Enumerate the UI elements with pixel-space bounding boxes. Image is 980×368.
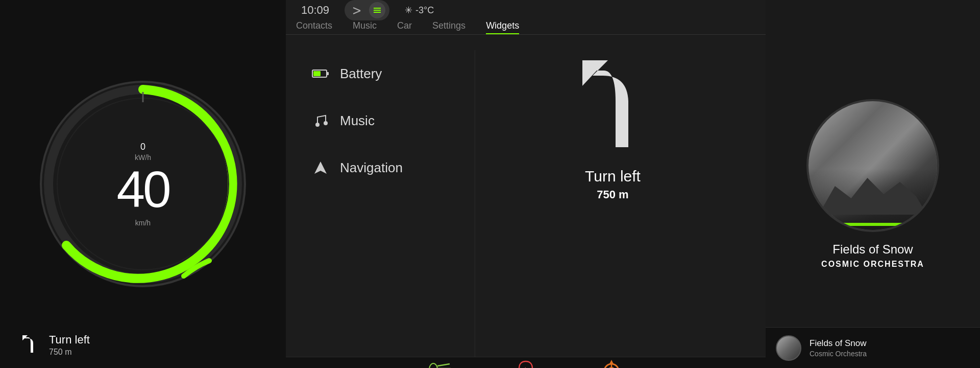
- mode-toggle[interactable]: [345, 0, 389, 20]
- battery-label: Battery: [340, 66, 382, 82]
- svg-text:✦: ✦: [523, 366, 527, 368]
- kw-value: 0: [116, 142, 169, 152]
- top-bar: 10:09 ✳ -3°C: [286, 0, 766, 20]
- turn-label-large: Turn left: [585, 168, 641, 185]
- tab-music[interactable]: Music: [353, 20, 377, 34]
- speed-unit: km/h: [116, 219, 169, 227]
- svg-line-5: [353, 11, 360, 14]
- turn-distance-small: 750 m: [49, 348, 90, 357]
- temperature-display: ✳ -3°C: [405, 5, 434, 16]
- widgets-content: Battery Music: [286, 35, 766, 357]
- right-panel: Fields of Snow COSMIC ORCHESTRA Fields o…: [766, 0, 980, 368]
- bottom-nav-info: Turn left 750 m: [15, 332, 90, 358]
- nav-widget: Turn left 750 m: [475, 50, 750, 201]
- svg-point-12: [315, 123, 320, 127]
- svg-point-15: [429, 363, 437, 368]
- list-mode-icon[interactable]: [369, 2, 385, 18]
- bottom-bar: ✦: [286, 357, 766, 368]
- tab-car[interactable]: Car: [397, 20, 412, 34]
- speed-value: 40: [116, 164, 169, 215]
- navigation-label: Navigation: [340, 160, 403, 176]
- headlights-icon[interactable]: [428, 357, 452, 368]
- mini-artist-name: Cosmic Orchestra: [810, 350, 867, 358]
- music-icon: [311, 111, 330, 130]
- mini-album-art: [776, 335, 801, 361]
- svg-line-4: [353, 8, 360, 11]
- svg-marker-14: [314, 162, 327, 174]
- album-art-image: [808, 101, 937, 230]
- widget-list: Battery Music: [301, 50, 475, 191]
- artist-name: COSMIC ORCHESTRA: [821, 260, 924, 269]
- warning-icon[interactable]: ✦: [513, 357, 538, 368]
- temperature-value: -3°C: [415, 5, 434, 16]
- right-bottom-bar: Fields of Snow Cosmic Orchestra: [766, 327, 980, 368]
- music-label: Music: [340, 113, 375, 129]
- speedo-center: 0 kW/h 40 km/h: [116, 142, 169, 227]
- temp-star-icon: ✳: [405, 5, 412, 16]
- music-info: Fields of Snow COSMIC ORCHESTRA: [821, 242, 924, 269]
- widget-battery[interactable]: Battery: [301, 50, 475, 97]
- svg-point-13: [324, 121, 328, 125]
- navigation-icon: [311, 158, 330, 177]
- album-art: [806, 99, 939, 232]
- battery-icon: [311, 64, 330, 83]
- tab-widgets[interactable]: Widgets: [486, 20, 519, 34]
- turn-arrow-large-icon: [567, 55, 659, 157]
- tab-contacts[interactable]: Contacts: [296, 20, 332, 34]
- turn-label-small: Turn left: [49, 333, 90, 347]
- svg-rect-11: [327, 72, 329, 75]
- mini-music-info: Fields of Snow Cosmic Orchestra: [810, 338, 867, 358]
- speedometer: 0 kW/h 40 km/h: [36, 77, 250, 291]
- turn-arrow-small-icon: [15, 332, 41, 358]
- svg-rect-10: [313, 71, 321, 76]
- song-title: Fields of Snow: [821, 242, 924, 257]
- svg-line-16: [437, 364, 450, 366]
- map-mode-icon[interactable]: [349, 2, 365, 18]
- widget-navigation[interactable]: Navigation: [301, 144, 475, 191]
- turn-distance-large: 750 m: [597, 188, 628, 201]
- mini-song-title: Fields of Snow: [810, 338, 867, 349]
- left-panel: 0 kW/h 40 km/h Turn left 750 m: [0, 0, 286, 368]
- middle-panel: 10:09 ✳ -3°C Contacts Music: [286, 0, 766, 368]
- nav-tabs: Contacts Music Car Settings Widgets: [286, 20, 766, 35]
- widget-music[interactable]: Music: [301, 97, 475, 144]
- tab-settings[interactable]: Settings: [432, 20, 465, 34]
- time-display: 10:09: [301, 4, 329, 17]
- turn-info-text: Turn left 750 m: [49, 333, 90, 357]
- tire-pressure-icon[interactable]: [599, 357, 624, 368]
